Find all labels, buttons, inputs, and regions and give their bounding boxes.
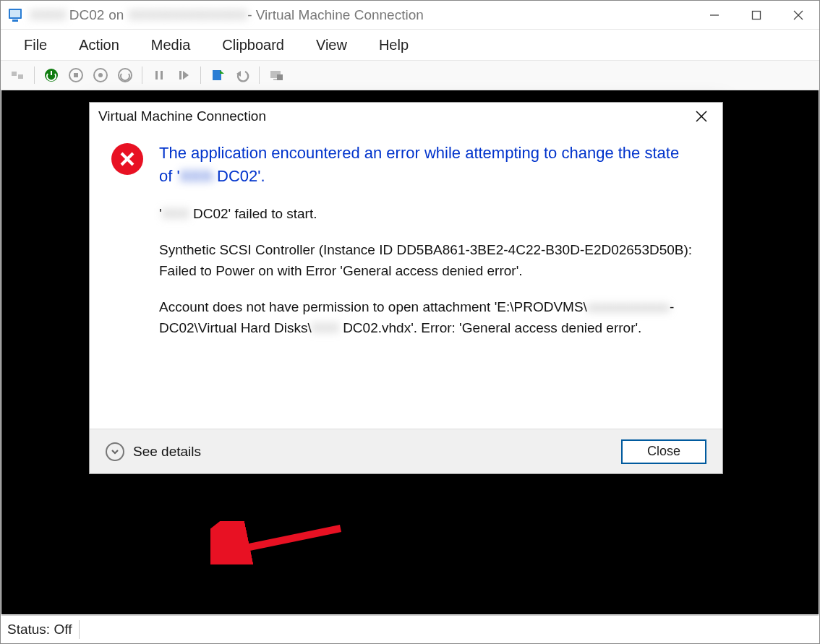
menu-help[interactable]: Help [363,33,424,58]
dialog-titlebar: Virtual Machine Connection [90,103,722,130]
see-details-label: See details [133,444,201,460]
reset-button[interactable] [173,64,195,86]
heading-vmname: DC02 [217,167,257,185]
svg-rect-2 [12,20,18,22]
title-suffix: - Virtual Machine Connection [247,7,424,23]
menu-bar: File Action Media Clipboard View Help [1,30,819,60]
svg-rect-16 [155,71,158,80]
pause-button[interactable] [148,64,170,86]
enhanced-session-button[interactable] [265,64,287,86]
save-button[interactable] [114,64,136,86]
svg-rect-8 [18,74,23,79]
close-window-button[interactable] [777,1,819,30]
svg-rect-1 [10,10,20,17]
status-text: Status: Off [7,622,72,637]
p3-text-c: DC02.vhdx'. Error: 'General access denie… [339,320,642,335]
title-vm-name: DC02 [69,7,105,23]
close-button-label: Close [647,444,680,459]
toolbar-separator [200,66,201,84]
svg-rect-12 [74,73,78,77]
svg-rect-25 [277,74,283,80]
error-icon [111,143,143,175]
p2-text: Synthetic SCSI Controller (Instance ID D… [159,240,701,281]
title-host-blur: XXXXXXXXXXXXX [128,7,247,23]
menu-action[interactable]: Action [63,33,135,58]
close-button[interactable]: Close [621,439,706,464]
dialog-title: Virtual Machine Connection [98,108,266,124]
svg-rect-18 [179,71,181,80]
menu-file[interactable]: File [8,33,63,58]
heading-text-end: '. [257,167,265,185]
chevron-down-icon [106,442,124,461]
statusbar-separator [79,620,80,639]
window-controls [693,1,819,30]
dialog-close-button[interactable] [689,104,714,129]
see-details-toggle[interactable]: See details [106,442,201,461]
p3-blur2: XXX [312,320,339,335]
minimize-button[interactable] [693,1,735,30]
title-vm-blur: XXXX [30,7,67,23]
p3-text-a: Account does not have permission to open… [159,299,587,314]
svg-marker-21 [220,70,224,74]
status-bar: Status: Off [1,615,819,643]
svg-rect-7 [12,72,17,76]
ctrlaltdel-button[interactable] [7,64,28,86]
toolbar [1,60,819,90]
hyperv-app-icon [7,7,24,24]
maximize-button[interactable] [735,1,777,30]
p1-blur: XXX [162,206,189,221]
menu-view[interactable]: View [300,33,363,58]
dialog-heading: The application encountered an error whi… [159,142,680,188]
start-button[interactable] [40,64,62,86]
revert-button[interactable] [231,64,253,86]
svg-rect-17 [161,71,163,80]
menu-media[interactable]: Media [135,33,206,58]
dialog-detail-text: 'XXX DC02' failed to start. Synthetic SC… [159,204,701,355]
heading-blur: XXX- [180,167,217,185]
menu-clipboard[interactable]: Clipboard [206,33,300,58]
toolbar-separator [34,66,35,84]
title-on: on [108,7,124,23]
error-dialog: Virtual Machine Connection The applicati… [89,102,723,474]
svg-rect-4 [753,11,761,19]
toolbar-separator [142,66,142,84]
window-titlebar: XXXX DC02 on XXXXXXXXXXXXX - Virtual Mac… [1,1,819,30]
svg-point-14 [98,73,103,77]
toolbar-separator [259,66,260,84]
dialog-footer: See details Close [90,429,722,473]
p3-blur1: xxxxxxxxxxxx [587,299,670,314]
svg-marker-19 [183,71,189,80]
turnoff-button[interactable] [65,64,87,86]
checkpoint-button[interactable] [207,64,229,86]
dialog-body: The application encountered an error whi… [90,130,722,429]
p1-text2: DC02' failed to start. [189,206,317,221]
shutdown-button[interactable] [90,64,111,86]
